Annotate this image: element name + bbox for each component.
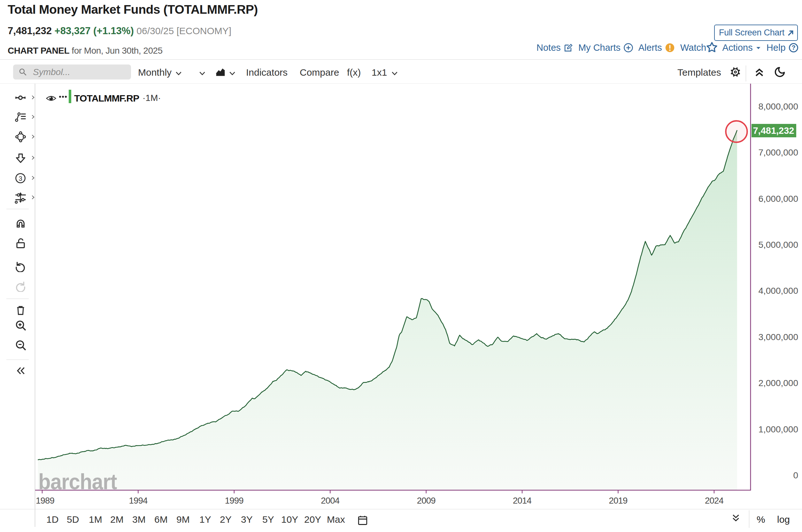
svg-text:1,000,000: 1,000,000 [758,424,798,434]
svg-text:6,000,000: 6,000,000 [758,194,798,204]
svg-text:7,000,000: 7,000,000 [758,148,798,157]
svg-text:2,000,000: 2,000,000 [758,378,798,388]
svg-text:2004: 2004 [321,496,339,506]
svg-text:5,000,000: 5,000,000 [758,240,798,250]
svg-text:2009: 2009 [417,496,435,506]
svg-text:2024: 2024 [705,496,723,506]
svg-text:1994: 1994 [129,496,147,506]
svg-text:0: 0 [793,470,798,480]
svg-text:1989: 1989 [36,496,54,506]
svg-text:7,481,232: 7,481,232 [753,126,794,136]
svg-text:2014: 2014 [513,496,531,506]
svg-text:2019: 2019 [609,496,628,506]
svg-text:TOTALMMF.RP: TOTALMMF.RP [74,93,139,103]
svg-text:·1M·: ·1M· [143,93,161,103]
svg-text:4,000,000: 4,000,000 [758,286,798,296]
svg-text:barchart: barchart [38,470,117,494]
svg-text:3,000,000: 3,000,000 [758,332,798,342]
svg-text:1999: 1999 [225,496,243,506]
svg-text:8,000,000: 8,000,000 [758,101,798,111]
